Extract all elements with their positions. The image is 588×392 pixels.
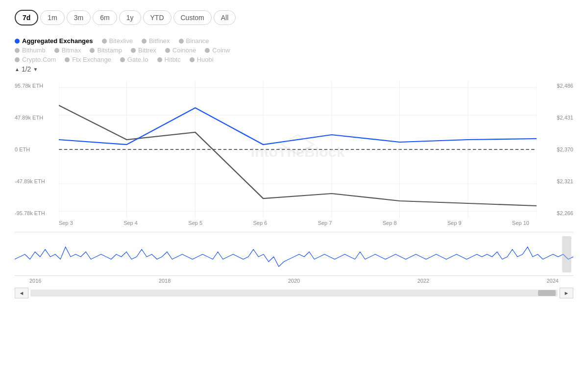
legend-dot [15, 57, 20, 62]
legend-item-gate.io[interactable]: Gate.Io [120, 56, 148, 63]
legend-label: Aggregated Exchanges [22, 37, 93, 45]
legend-label: Bitexlive [109, 37, 133, 45]
legend-item-bitmax[interactable]: Bitmax [54, 47, 81, 54]
time-btn-6m[interactable]: 6m [93, 10, 117, 25]
y-right-label: $2,486 [557, 83, 573, 89]
scrollbar-track[interactable] [30, 290, 558, 296]
chart-area: 95.78k ETH47.89k ETH0 ETH-47.89k ETH-95.… [15, 81, 573, 300]
y-right-label: $2,321 [557, 178, 573, 184]
scroll-right-button[interactable]: ► [560, 288, 573, 298]
scrollbar-area: ◄ ► [15, 286, 573, 300]
main-container: 7d1m3m6m1yYTDCustomAll Aggregated Exchan… [0, 0, 588, 392]
legend-item-crypto.com[interactable]: Crypto.Com [15, 56, 56, 63]
legend-item-bittrex[interactable]: Bittrex [131, 47, 156, 54]
y-axis-left: 95.78k ETH47.89k ETH0 ETH-47.89k ETH-95.… [15, 81, 59, 218]
legend-dot [131, 48, 136, 53]
time-btn-all[interactable]: All [214, 10, 236, 25]
y-left-label: 0 ETH [15, 147, 30, 152]
legend-label: Coinw [212, 47, 230, 54]
time-btn-7d[interactable]: 7d [15, 10, 38, 25]
legend-item-huobi[interactable]: Huobi [190, 56, 214, 63]
y-left-label: 47.89k ETH [15, 115, 43, 121]
mini-x-label: 2020 [288, 278, 300, 284]
legend-dot [102, 39, 107, 44]
x-axis-label: Sep 8 [383, 220, 397, 226]
y-right-label: $2,370 [557, 147, 573, 152]
mini-x-label: 2016 [29, 278, 41, 284]
legend-dot [90, 48, 95, 53]
y-axis-right: $2,486$2,431$2,370$2,321$2,266 [537, 81, 573, 218]
legend-dot [15, 48, 20, 53]
svg-text:IntoTheBlock: IntoTheBlock [250, 145, 345, 160]
legend-item-bitfinex[interactable]: Bitfinex [142, 37, 170, 45]
legend-dot [120, 57, 125, 62]
time-btn-custom[interactable]: Custom [173, 10, 212, 25]
legend-label: Coinone [172, 47, 196, 54]
time-range-selector: 7d1m3m6m1yYTDCustomAll [15, 10, 573, 25]
scrollbar-thumb[interactable] [538, 290, 556, 296]
legend-item-hitbtc[interactable]: Hitbtc [157, 56, 181, 63]
legend-label: Bittrex [138, 47, 156, 54]
x-axis-label: Sep 10 [512, 220, 529, 226]
legend-label: Bitfinex [149, 37, 170, 45]
legend-dot [157, 57, 162, 62]
page-up-arrow[interactable]: ▲ [15, 67, 20, 72]
x-axis: Sep 3Sep 4Sep 5Sep 6Sep 7Sep 8Sep 9Sep 1… [15, 218, 573, 228]
time-btn-1y[interactable]: 1y [119, 10, 141, 25]
mini-chart [15, 232, 573, 276]
y-right-label: $2,431 [557, 115, 573, 121]
legend-label: Gate.Io [127, 56, 148, 63]
legend-dot [205, 48, 210, 53]
legend-item-coinone[interactable]: Coinone [165, 47, 196, 54]
time-btn-ytd[interactable]: YTD [143, 10, 172, 25]
legend-label: Bitstamp [97, 47, 122, 54]
legend-label: Hitbtc [165, 56, 181, 63]
x-axis-label: Sep 4 [123, 220, 138, 226]
x-axis-label: Sep 6 [253, 220, 267, 226]
legend-label: Huobi [197, 56, 214, 63]
legend-label: Ftx Exchange [72, 56, 111, 63]
mini-x-label: 2024 [547, 278, 559, 284]
scroll-left-button[interactable]: ◄ [15, 288, 28, 298]
y-right-label: $2,266 [557, 210, 573, 216]
legend-item-binance[interactable]: Binance [179, 37, 209, 45]
mini-x-label: 2022 [417, 278, 429, 284]
legend-dot [190, 57, 195, 62]
legend-dot [15, 39, 20, 44]
legend-dot [54, 48, 59, 53]
legend-label: Binance [186, 37, 209, 45]
page-down-arrow[interactable]: ▼ [33, 67, 38, 72]
time-btn-1m[interactable]: 1m [40, 10, 64, 25]
svg-rect-15 [562, 236, 571, 272]
y-left-label: 95.78k ETH [15, 83, 43, 89]
legend-dot [142, 39, 147, 44]
legend-dot [165, 48, 170, 53]
page-indicator: 1/2 [22, 65, 31, 73]
x-axis-label: Sep 9 [447, 220, 462, 226]
legend-item-bitstamp[interactable]: Bitstamp [90, 47, 122, 54]
main-chart-wrapper: 95.78k ETH47.89k ETH0 ETH-47.89k ETH-95.… [15, 81, 573, 218]
chart-svg: IntoTheBlock [59, 81, 537, 218]
legend-item-bithumb[interactable]: Bithumb [15, 47, 46, 54]
time-btn-3m[interactable]: 3m [67, 10, 91, 25]
x-axis-label: Sep 3 [59, 220, 73, 226]
mini-x-labels: 20162018202020222024 [15, 276, 573, 286]
legend-dot [65, 57, 70, 62]
mini-x-label: 2018 [159, 278, 171, 284]
legend-label: Bithumb [22, 47, 46, 54]
legend-item-aggregated-exchanges[interactable]: Aggregated Exchanges [15, 37, 93, 45]
chart-legend: Aggregated ExchangesBitexliveBitfinexBin… [15, 37, 573, 73]
legend-pagination: ▲1/2▼ [15, 65, 573, 73]
x-axis-label: Sep 5 [188, 220, 202, 226]
y-left-label: -95.78k ETH [15, 210, 45, 216]
legend-item-ftx-exchange[interactable]: Ftx Exchange [65, 56, 111, 63]
legend-label: Crypto.Com [22, 56, 56, 63]
legend-item-bitexlive[interactable]: Bitexlive [102, 37, 133, 45]
legend-label: Bitmax [62, 47, 81, 54]
x-axis-label: Sep 7 [318, 220, 332, 226]
y-left-label: -47.89k ETH [15, 178, 45, 184]
legend-dot [179, 39, 184, 44]
legend-item-coinw[interactable]: Coinw [205, 47, 230, 54]
